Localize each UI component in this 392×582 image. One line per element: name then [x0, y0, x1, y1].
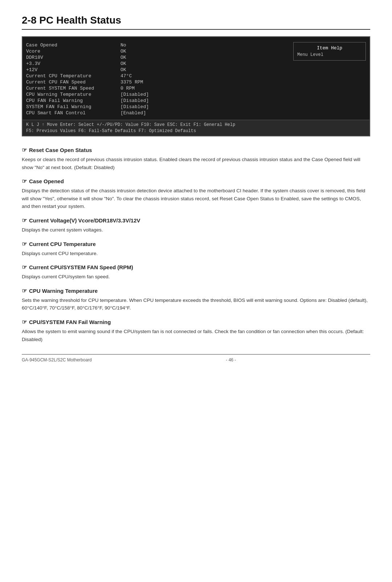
- footer-left: GA-945GCM-S2L/S2C Motherboard: [22, 357, 92, 362]
- footer-center: - 46 -: [226, 357, 236, 362]
- section-title: ☞ Case Opened: [22, 178, 370, 185]
- bios-footer-row: F5: Previous Values F6: Fail-Safe Defaul…: [26, 128, 366, 134]
- section-body: Sets the warning threshold for CPU tempe…: [22, 296, 370, 312]
- bios-row: Current SYSTEM FAN Speed0 RPM: [26, 85, 290, 91]
- cursor-icon: ☞: [22, 264, 27, 271]
- bios-row: Case OpenedNo: [26, 42, 290, 48]
- section-title-text: Current Voltage(V) Vcore/DDR18V/3.3V/12V: [29, 217, 140, 224]
- bios-row-label: CPU FAN Fail Warning: [26, 98, 121, 103]
- bios-row-value: OK: [121, 67, 126, 73]
- bios-row-label: Current CPU Temperature: [26, 73, 121, 79]
- bios-row-label: DDR18V: [26, 55, 121, 60]
- cursor-icon: ☞: [22, 287, 27, 294]
- bios-row-value: OK: [121, 49, 126, 54]
- bios-row-label: +3.3V: [26, 61, 121, 66]
- cursor-icon: ☞: [22, 319, 27, 325]
- bios-row-value: OK: [121, 61, 126, 66]
- content-section: ☞ Reset Case Open Status Keeps or clears…: [22, 147, 370, 171]
- bios-row-value: 0 RPM: [121, 86, 135, 91]
- bios-row-value: 3375 RPM: [121, 79, 143, 85]
- bios-row: +12VOK: [26, 67, 290, 73]
- section-body: Displays current CPU/system fan speed.: [22, 273, 370, 281]
- content-section: ☞ Current CPU Temperature Displays curre…: [22, 241, 370, 258]
- section-title-text: CPU/SYSTEM FAN Fail Warning: [29, 319, 111, 325]
- section-body: Displays current CPU temperature.: [22, 250, 370, 258]
- bios-screen: Case OpenedNoVcoreOKDDR18VOK+3.3VOK+12VO…: [22, 36, 370, 136]
- bios-footer-row: K L J ↑ Move Enter: Select +/-/PU/PD: Va…: [26, 122, 366, 127]
- cursor-icon: ☞: [22, 217, 27, 224]
- section-title: ☞ Current CPU/SYSTEM FAN Speed (RPM): [22, 264, 370, 271]
- bios-row-value: 47°C: [121, 73, 132, 79]
- page-title: 2-8 PC Health Status: [22, 15, 370, 30]
- section-title-text: Current CPU/SYSTEM FAN Speed (RPM): [29, 264, 133, 270]
- bios-table: Case OpenedNoVcoreOKDDR18VOK+3.3VOK+12VO…: [26, 42, 290, 116]
- section-title-text: Reset Case Open Status: [29, 147, 92, 153]
- bios-row: Current CPU FAN Speed3375 RPM: [26, 79, 290, 85]
- cursor-icon: ☞: [22, 147, 27, 153]
- bios-row-value: OK: [121, 55, 126, 60]
- section-title-text: CPU Warning Temperature: [29, 288, 98, 294]
- bios-row-value: [Disabled]: [121, 98, 149, 103]
- cursor-icon: ☞: [22, 178, 27, 185]
- section-title: ☞ Current Voltage(V) Vcore/DDR18V/3.3V/1…: [22, 217, 370, 224]
- section-body: Allows the system to emit warning sound …: [22, 328, 370, 343]
- sections-container: ☞ Reset Case Open Status Keeps or clears…: [22, 147, 370, 343]
- page-footer: GA-945GCM-S2L/S2C Motherboard - 46 -: [22, 354, 370, 362]
- bios-row-label: Current CPU FAN Speed: [26, 79, 121, 85]
- bios-row-label: Case Opened: [26, 42, 121, 48]
- section-body: Keeps or clears the record of previous c…: [22, 156, 370, 171]
- bios-help-panel: Item Help Menu Level: [293, 42, 366, 61]
- bios-row: DDR18VOK: [26, 54, 290, 61]
- bios-row: +3.3VOK: [26, 61, 290, 67]
- bios-row-label: CPU Smart FAN Control: [26, 110, 121, 116]
- bios-row: Current CPU Temperature47°C: [26, 73, 290, 79]
- bios-row-label: Vcore: [26, 49, 121, 54]
- content-section: ☞ CPU Warning Temperature Sets the warni…: [22, 287, 370, 312]
- section-body: Displays the current system voltages.: [22, 226, 370, 234]
- content-section: ☞ Current CPU/SYSTEM FAN Speed (RPM) Dis…: [22, 264, 370, 281]
- cursor-icon: ☞: [22, 241, 27, 247]
- bios-row: SYSTEM FAN Fail Warning[Disabled]: [26, 104, 290, 110]
- bios-row-value: No: [121, 42, 126, 48]
- content-section: ☞ CPU/SYSTEM FAN Fail Warning Allows the…: [22, 319, 370, 343]
- section-title: ☞ Current CPU Temperature: [22, 241, 370, 247]
- section-body: Displays the detection status of the cha…: [22, 187, 370, 210]
- bios-row-label: CPU Warning Temperature: [26, 92, 121, 97]
- section-title: ☞ CPU/SYSTEM FAN Fail Warning: [22, 319, 370, 325]
- content-section: ☞ Current Voltage(V) Vcore/DDR18V/3.3V/1…: [22, 217, 370, 234]
- bios-row-label: Current SYSTEM FAN Speed: [26, 86, 121, 91]
- bios-row-label: +12V: [26, 67, 121, 73]
- bios-footer: K L J ↑ Move Enter: Select +/-/PU/PD: Va…: [23, 120, 369, 136]
- content-section: ☞ Case Opened Displays the detection sta…: [22, 178, 370, 210]
- bios-menu-level: Menu Level: [297, 52, 362, 57]
- bios-row: CPU Warning Temperature[Disabled]: [26, 91, 290, 98]
- bios-row-value: [Disabled]: [121, 92, 149, 97]
- bios-row: VcoreOK: [26, 48, 290, 54]
- section-title: ☞ CPU Warning Temperature: [22, 287, 370, 294]
- section-title-text: Case Opened: [29, 178, 64, 184]
- bios-row-value: [Disabled]: [121, 104, 149, 110]
- section-title-text: Current CPU Temperature: [29, 241, 96, 247]
- bios-row: CPU FAN Fail Warning[Disabled]: [26, 98, 290, 104]
- bios-row-value: [Enabled]: [121, 110, 146, 116]
- bios-help-title: Item Help: [297, 45, 362, 51]
- section-title: ☞ Reset Case Open Status: [22, 147, 370, 153]
- bios-row-label: SYSTEM FAN Fail Warning: [26, 104, 121, 110]
- bios-row: CPU Smart FAN Control[Enabled]: [26, 110, 290, 116]
